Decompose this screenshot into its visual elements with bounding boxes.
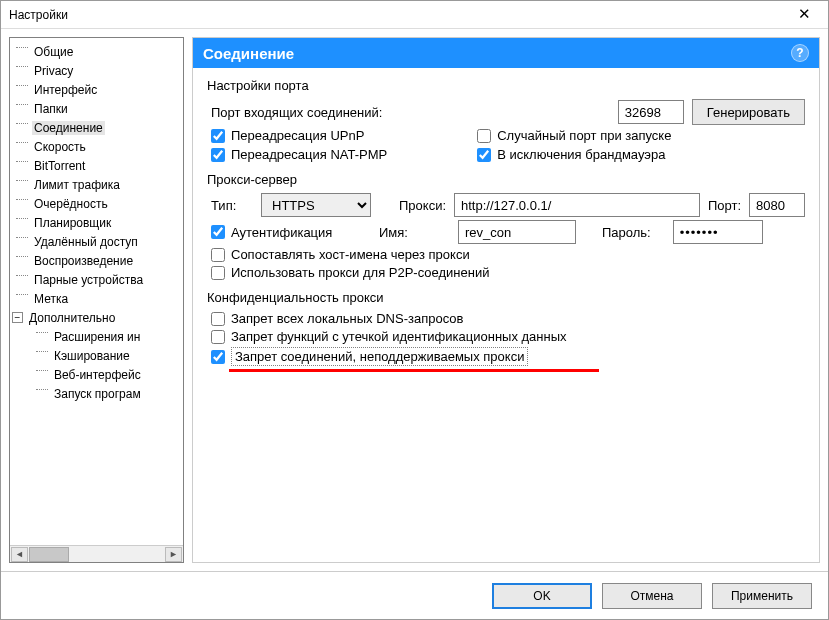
nav-tree: Общие Privacy Интерфейс Папки Соединение…	[9, 37, 184, 563]
window-title: Настройки	[9, 8, 68, 22]
highlight-underline	[229, 369, 599, 372]
tree-sub-extensions[interactable]: Расширения ин	[10, 327, 183, 346]
tree-item-label[interactable]: Метка	[10, 289, 183, 308]
tree-item-traffic-limit[interactable]: Лимит трафика	[10, 175, 183, 194]
tree-item-privacy[interactable]: Privacy	[10, 61, 183, 80]
cancel-button[interactable]: Отмена	[602, 583, 702, 609]
scroll-right-icon[interactable]: ►	[165, 547, 182, 562]
leak-block-checkbox[interactable]: Запрет функций с утечкой идентификационн…	[211, 329, 567, 344]
settings-window: Настройки ✕ Общие Privacy Интерфейс Папк…	[0, 0, 829, 620]
tree-item-queue[interactable]: Очерёдность	[10, 194, 183, 213]
tree-item-folders[interactable]: Папки	[10, 99, 183, 118]
tree-item-general[interactable]: Общие	[10, 42, 183, 61]
proxy-user-input[interactable]	[458, 220, 576, 244]
tree-item-connection[interactable]: Соединение	[10, 118, 183, 137]
settings-panel: Соединение ? Настройки порта Порт входящ…	[192, 37, 820, 563]
dialog-footer: OK Отмена Применить	[1, 571, 828, 619]
panel-body: Настройки порта Порт входящих соединений…	[193, 68, 819, 562]
proxy-user-label: Имя:	[379, 225, 408, 240]
dns-block-checkbox[interactable]: Запрет всех локальных DNS-запросов	[211, 311, 463, 326]
titlebar: Настройки ✕	[1, 1, 828, 29]
tree-item-advanced[interactable]: − Дополнительно	[10, 308, 183, 327]
tree-sub-runprog[interactable]: Запуск програм	[10, 384, 183, 403]
incoming-port-input[interactable]	[618, 100, 684, 124]
proxy-host-input[interactable]	[454, 193, 700, 217]
scroll-thumb[interactable]	[29, 547, 69, 562]
proxy-host-label: Прокси:	[399, 198, 446, 213]
help-icon[interactable]: ?	[791, 44, 809, 62]
natpmp-checkbox[interactable]: Переадресация NAT-PMP	[211, 147, 387, 162]
apply-button[interactable]: Применить	[712, 583, 812, 609]
tree-item-speed[interactable]: Скорость	[10, 137, 183, 156]
group-proxy-privacy: Конфиденциальность прокси Запрет всех ло…	[207, 290, 805, 372]
panel-header: Соединение ?	[193, 38, 819, 68]
collapse-icon[interactable]: −	[12, 312, 23, 323]
group-port: Настройки порта Порт входящих соединений…	[207, 78, 805, 162]
group-privacy-legend: Конфиденциальность прокси	[207, 290, 805, 305]
panel-title: Соединение	[203, 45, 294, 62]
tree-list: Общие Privacy Интерфейс Папки Соединение…	[10, 38, 183, 545]
tree-item-interface[interactable]: Интерфейс	[10, 80, 183, 99]
tree-h-scrollbar[interactable]: ◄ ►	[10, 545, 183, 562]
close-button[interactable]: ✕	[788, 5, 820, 25]
tree-item-scheduler[interactable]: Планировщик	[10, 213, 183, 232]
tree-sub-cache[interactable]: Кэширование	[10, 346, 183, 365]
proxy-port-label: Порт:	[708, 198, 741, 213]
firewall-checkbox[interactable]: В исключения брандмауэра	[477, 147, 671, 162]
proxy-pass-label: Пароль:	[602, 225, 651, 240]
proxy-port-input[interactable]	[749, 193, 805, 217]
tree-sub-webui[interactable]: Веб-интерфейс	[10, 365, 183, 384]
group-port-legend: Настройки порта	[207, 78, 805, 93]
generate-port-button[interactable]: Генерировать	[692, 99, 805, 125]
proxy-pass-input[interactable]	[673, 220, 763, 244]
upnp-checkbox[interactable]: Переадресация UPnP	[211, 128, 387, 143]
scroll-left-icon[interactable]: ◄	[11, 547, 28, 562]
group-proxy-legend: Прокси-сервер	[207, 172, 805, 187]
tree-item-bittorrent[interactable]: BitTorrent	[10, 156, 183, 175]
proxy-type-label: Тип:	[211, 198, 253, 213]
ok-button[interactable]: OK	[492, 583, 592, 609]
dialog-body: Общие Privacy Интерфейс Папки Соединение…	[1, 29, 828, 571]
proxy-auth-checkbox[interactable]: Аутентификация	[211, 225, 371, 240]
proxy-resolve-checkbox[interactable]: Сопоставлять хост-имена через прокси	[211, 247, 470, 262]
proxy-p2p-checkbox[interactable]: Использовать прокси для P2P-соединений	[211, 265, 489, 280]
group-proxy: Прокси-сервер Тип: HTTPS Прокси: Порт: А	[207, 172, 805, 280]
noproxy-block-checkbox[interactable]: Запрет соединений, неподдерживаемых прок…	[211, 347, 528, 366]
tree-item-remote[interactable]: Удалённый доступ	[10, 232, 183, 251]
proxy-type-select[interactable]: HTTPS	[261, 193, 371, 217]
tree-item-paired[interactable]: Парные устройства	[10, 270, 183, 289]
incoming-port-label: Порт входящих соединений:	[211, 105, 382, 120]
random-port-checkbox[interactable]: Случайный порт при запуске	[477, 128, 671, 143]
tree-item-playback[interactable]: Воспроизведение	[10, 251, 183, 270]
